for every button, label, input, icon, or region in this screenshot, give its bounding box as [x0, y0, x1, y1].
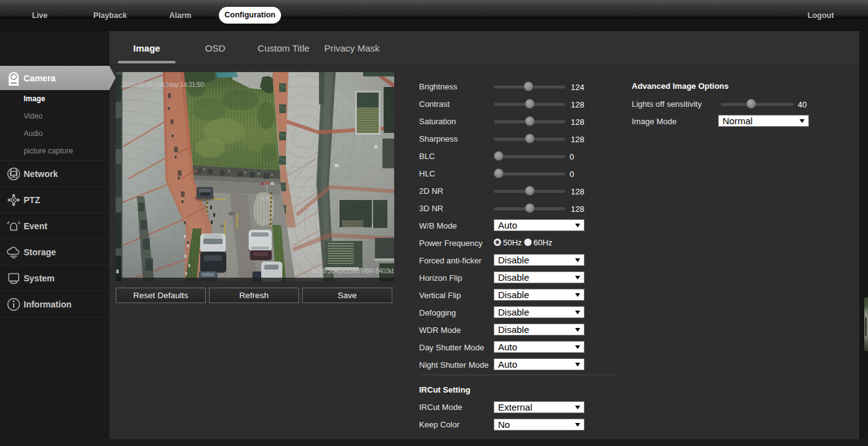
svg-text:2020-06-06 Saturday 14:31:50: 2020-06-06 Saturday 14:31:50 [121, 81, 204, 88]
svg-text:H265 3840X2160 VBR 8403kbps: H265 3840X2160 VBR 8403kbps [312, 267, 394, 275]
